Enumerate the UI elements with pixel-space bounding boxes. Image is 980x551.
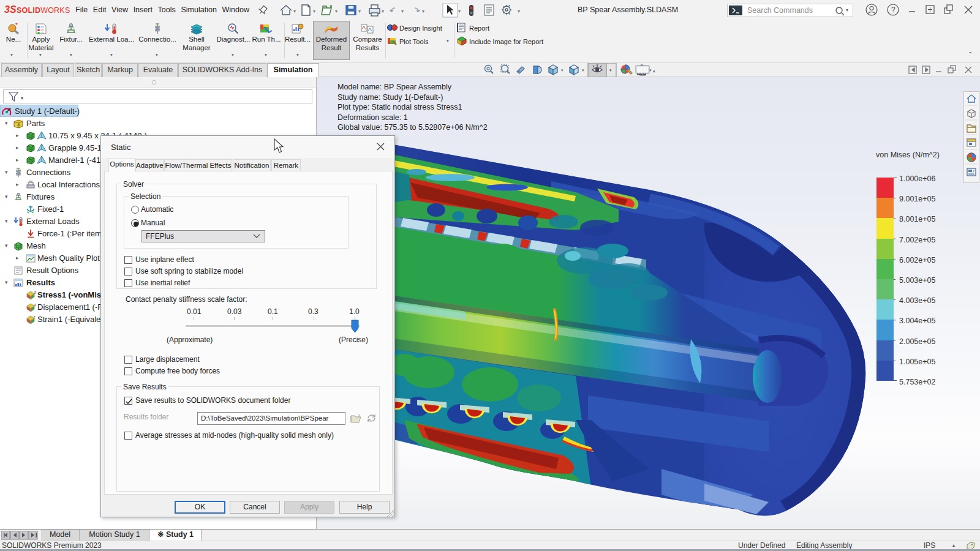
svg-text:▾: ▾	[458, 9, 461, 14]
svg-text:▾: ▾	[335, 9, 337, 14]
svg-text:▾: ▾	[422, 9, 424, 14]
svg-text:u: u	[34, 302, 36, 307]
svg-text:▾: ▾	[582, 68, 584, 72]
svg-text:▾: ▾	[518, 9, 520, 14]
svg-text:ε: ε	[34, 315, 36, 319]
svg-text:▾: ▾	[401, 9, 404, 14]
svg-text:▾: ▾	[561, 68, 564, 72]
svg-text:▾: ▾	[358, 9, 361, 14]
svg-text:σ: σ	[34, 290, 37, 294]
svg-text:▾: ▾	[21, 96, 23, 101]
svg-text:▾: ▾	[653, 69, 655, 73]
svg-text:▾: ▾	[293, 9, 296, 14]
svg-text:?: ?	[891, 6, 895, 14]
svg-text:▾: ▾	[382, 9, 384, 14]
svg-text:▾: ▾	[313, 9, 315, 14]
svg-text:SOLIDWORKS: SOLIDWORKS	[17, 6, 70, 15]
svg-text:▾: ▾	[609, 68, 612, 72]
svg-text:3S: 3S	[4, 4, 17, 15]
svg-text:*: *	[15, 23, 18, 29]
